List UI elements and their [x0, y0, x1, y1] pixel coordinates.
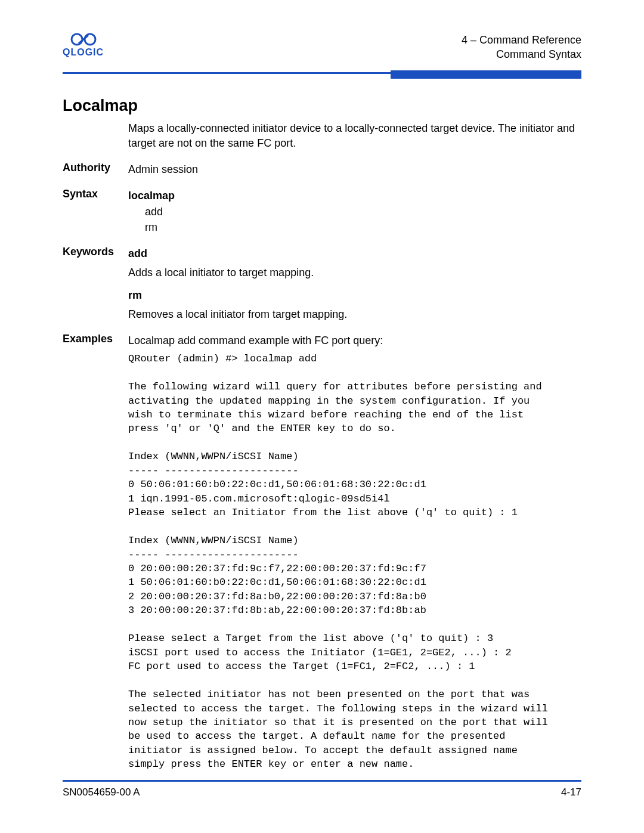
doc-id: SN0054659-00 A — [63, 786, 140, 798]
intro-paragraph: Maps a locally-connected initiator devic… — [128, 121, 581, 151]
header-accent-bar — [391, 70, 581, 79]
syntax-option-add: add — [145, 204, 175, 219]
footer-row: SN0054659-00 A 4-17 — [63, 786, 581, 798]
page-header: QLOGIC 4 – Command Reference Command Syn… — [63, 33, 581, 69]
keywords-body: add Adds a local initiator to target map… — [128, 246, 347, 322]
examples-body: Localmap add command example with FC por… — [128, 333, 548, 772]
section-label: Command Syntax — [462, 47, 581, 61]
qlogic-logo: QLOGIC — [63, 33, 104, 58]
keyword-rm-desc: Removes a local initiator from target ma… — [128, 306, 347, 322]
footer-rule — [63, 780, 581, 782]
page-footer: SN0054659-00 A 4-17 — [63, 780, 581, 798]
chapter-label: 4 – Command Reference — [462, 33, 581, 47]
header-right: 4 – Command Reference Command Syntax — [462, 33, 581, 62]
content: Localmap Maps a locally-connected initia… — [63, 97, 581, 772]
keyword-add: add — [128, 247, 147, 259]
svg-point-0 — [72, 34, 82, 45]
authority-section: Authority Admin session — [63, 162, 581, 177]
syntax-option-rm: rm — [145, 219, 175, 235]
keyword-rm: rm — [128, 289, 142, 301]
syntax-section: Syntax localmap add rm — [63, 188, 581, 234]
logo-text: QLOGIC — [63, 47, 104, 58]
page-number: 4-17 — [561, 786, 581, 798]
keywords-section: Keywords add Adds a local initiator to t… — [63, 246, 581, 322]
authority-label: Authority — [63, 162, 128, 177]
examples-section: Examples Localmap add command example wi… — [63, 333, 581, 772]
svg-point-1 — [85, 34, 95, 45]
examples-terminal-output: QRouter (admin) #> localmap add The foll… — [128, 352, 548, 772]
keywords-label: Keywords — [63, 246, 128, 322]
logo-mark-icon — [70, 33, 97, 46]
syntax-command: localmap — [128, 190, 175, 202]
page: QLOGIC 4 – Command Reference Command Syn… — [0, 0, 644, 833]
examples-lead: Localmap add command example with FC por… — [128, 333, 548, 348]
page-title: Localmap — [63, 97, 581, 115]
keyword-add-desc: Adds a local initiator to target mapping… — [128, 265, 347, 280]
authority-text: Admin session — [128, 162, 198, 177]
syntax-label: Syntax — [63, 188, 128, 234]
examples-label: Examples — [63, 333, 128, 772]
syntax-body: localmap add rm — [128, 188, 175, 234]
